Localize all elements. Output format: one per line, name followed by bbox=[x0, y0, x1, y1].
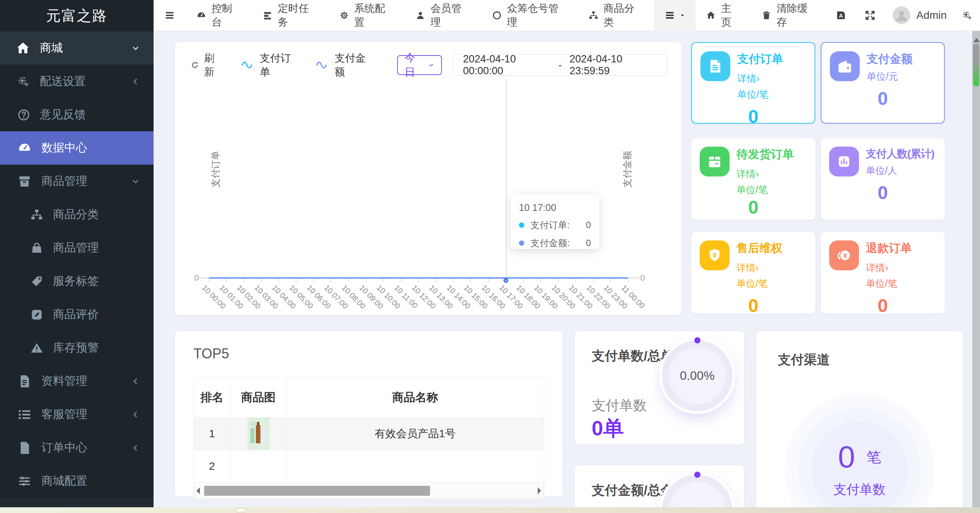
warning-icon bbox=[30, 341, 44, 355]
stat-card-after-sales: ¥ 售后维权 详情› 单位/笔 0 bbox=[691, 232, 815, 314]
scroll-up-arrow-icon[interactable] bbox=[973, 35, 980, 42]
vertical-scrollbar[interactable] bbox=[972, 31, 980, 507]
date-end: 2024-04-10 23:59:59 bbox=[569, 53, 657, 77]
nav-item-crowdfunding-management[interactable]: 众筹仓号管理 bbox=[481, 0, 578, 31]
horizontal-scrollbar[interactable] bbox=[0, 507, 980, 513]
detail-link[interactable]: 详情› bbox=[866, 261, 888, 274]
nav-item-product-category[interactable]: 商品分类 bbox=[578, 0, 654, 31]
product-image bbox=[247, 417, 270, 450]
nav-item-member-management[interactable]: 会员管理 bbox=[405, 0, 481, 31]
sidebar-item-label: 配送设置 bbox=[40, 74, 86, 89]
tooltip-value: 0 bbox=[586, 220, 591, 230]
sidebar-item-feedback[interactable]: 意见反馈 bbox=[0, 98, 154, 131]
sidebar-item-mall-config[interactable]: 商城配置 bbox=[0, 464, 154, 498]
table-horizontal-scrollbar[interactable] bbox=[194, 483, 544, 499]
ratio-value: 0单 bbox=[592, 415, 624, 443]
legend-pay-orders[interactable]: 支付订单 bbox=[241, 51, 298, 79]
sidebar-item-customer-service[interactable]: 客服管理 bbox=[0, 398, 154, 431]
column-header-rank: 排名 bbox=[194, 377, 231, 417]
date-range-picker[interactable]: 2024-04-10 00:00:00 - 2024-04-10 23:59:5… bbox=[453, 54, 668, 76]
question-icon bbox=[17, 108, 31, 122]
channel-unit: 笔 bbox=[867, 448, 881, 467]
sidebar-item-delivery-settings[interactable]: 配送设置 bbox=[0, 65, 154, 98]
circle-icon bbox=[492, 10, 502, 21]
detail-link[interactable]: 详情› bbox=[737, 72, 759, 85]
nav-item-label: 定时任务 bbox=[278, 2, 318, 29]
y-axis-title-left: 支付订单 bbox=[209, 151, 222, 188]
sidebar-item-service-tags[interactable]: 服务标签 bbox=[0, 265, 154, 298]
sidebar-item-data-center[interactable]: 数据中心 bbox=[0, 131, 154, 165]
detail-link[interactable]: 详情› bbox=[736, 168, 759, 180]
sidebar-item-stock-alert[interactable]: 库存预警 bbox=[0, 331, 154, 364]
sidebar-item-product-category[interactable]: 商品分类 bbox=[0, 198, 154, 231]
card-value: 0 bbox=[700, 106, 806, 127]
sidebar-item-mall[interactable]: 商城 bbox=[0, 31, 154, 65]
fullscreen-button[interactable] bbox=[856, 0, 885, 31]
sidebar-toggle-button[interactable] bbox=[154, 0, 186, 31]
stat-card-refund-orders: ¥ 退款订单 详情› 单位/笔 0 bbox=[821, 232, 945, 314]
channel-donut: 0 笔 支付单数 bbox=[811, 421, 908, 507]
card-title: 退款订单 bbox=[866, 240, 912, 256]
user-menu[interactable]: Admin bbox=[885, 7, 954, 24]
series-dot-icon bbox=[519, 240, 524, 246]
hamburger-icon bbox=[164, 10, 175, 21]
nav-item-scheduled-tasks[interactable]: 定时任务 bbox=[252, 0, 328, 31]
refund-yen-icon: ¥ bbox=[829, 240, 859, 270]
sidebar-item-label: 商品评价 bbox=[53, 307, 99, 322]
sidebar-item-product-management[interactable]: 商品管理 bbox=[0, 231, 154, 265]
refresh-button[interactable]: 刷新 bbox=[190, 51, 223, 79]
scrollbar-thumb[interactable] bbox=[204, 486, 430, 496]
column-header-image: 商品图 bbox=[231, 377, 286, 417]
date-separator: - bbox=[558, 59, 562, 71]
image-cell bbox=[231, 418, 286, 450]
nav-menu-dropdown[interactable] bbox=[654, 0, 695, 31]
home-icon bbox=[706, 10, 716, 21]
chevron-left-icon bbox=[131, 443, 141, 453]
nav-item-home[interactable]: 主页 bbox=[695, 0, 751, 31]
y-axis-tick-right: 0 bbox=[640, 273, 645, 283]
sidebar-item-label: 资料管理 bbox=[41, 373, 87, 389]
sidebar-item-order-center[interactable]: 订单中心 bbox=[0, 431, 154, 464]
y-axis-title-right: 支付金额 bbox=[621, 151, 633, 188]
package-icon bbox=[700, 147, 730, 176]
stat-card-pay-amount: 支付金额 单位/元 0 bbox=[821, 42, 945, 124]
scrollbar-thumb[interactable] bbox=[973, 44, 979, 86]
nav-item-label: 商品分类 bbox=[604, 2, 644, 29]
nav-item-label: 清除缓存 bbox=[777, 2, 816, 29]
stat-card-paying-users: 支付人数(累计) 单位/人 0 bbox=[821, 138, 945, 220]
name-cell: 有效会员产品1号 bbox=[286, 418, 544, 450]
period-select[interactable]: 今日 bbox=[397, 55, 442, 75]
sidebar-item-material-management[interactable]: 资料管理 bbox=[0, 364, 154, 398]
home-icon bbox=[15, 41, 31, 56]
bar-chart-icon bbox=[829, 147, 859, 176]
document-icon bbox=[700, 51, 730, 81]
card-unit: 单位/元 bbox=[867, 70, 936, 83]
nav-item-system-config[interactable]: 系统配置 bbox=[329, 0, 405, 31]
legend-pay-amount[interactable]: 支付金额 bbox=[316, 51, 372, 79]
hamburger-icon bbox=[664, 10, 676, 21]
scrollbar-thumb[interactable] bbox=[236, 508, 246, 512]
scroll-right-arrow-icon[interactable] bbox=[538, 487, 541, 494]
sidebar-item-product-management-parent[interactable]: 商品管理 bbox=[0, 165, 154, 198]
chevron-left-icon bbox=[131, 410, 141, 420]
detail-link[interactable]: 详情› bbox=[736, 261, 759, 274]
sidebar-item-product-reviews[interactable]: 商品评价 bbox=[0, 298, 154, 331]
sitemap-icon bbox=[30, 208, 44, 222]
nav-item-clear-cache[interactable]: 清除缓存 bbox=[751, 0, 826, 31]
avatar bbox=[893, 7, 910, 24]
gear-icon bbox=[339, 10, 349, 21]
chevron-down-icon bbox=[428, 62, 434, 69]
chevron-left-icon bbox=[131, 77, 141, 87]
gauge-icon bbox=[196, 10, 206, 21]
nav-item-label: 众筹仓号管理 bbox=[507, 2, 568, 29]
scroll-left-arrow-icon[interactable] bbox=[196, 487, 200, 494]
settings-button[interactable] bbox=[954, 0, 980, 31]
donut-chart bbox=[662, 475, 733, 507]
language-button[interactable]: A bbox=[826, 0, 856, 31]
sidebar-item-label: 数据中心 bbox=[41, 140, 87, 156]
donut-marker-dot bbox=[694, 337, 700, 343]
wallet-icon bbox=[830, 51, 860, 81]
donut-percent: 0.00% bbox=[680, 369, 715, 383]
nav-item-console[interactable]: 控制台 bbox=[186, 0, 252, 31]
rank-cell: 2 bbox=[194, 450, 231, 482]
